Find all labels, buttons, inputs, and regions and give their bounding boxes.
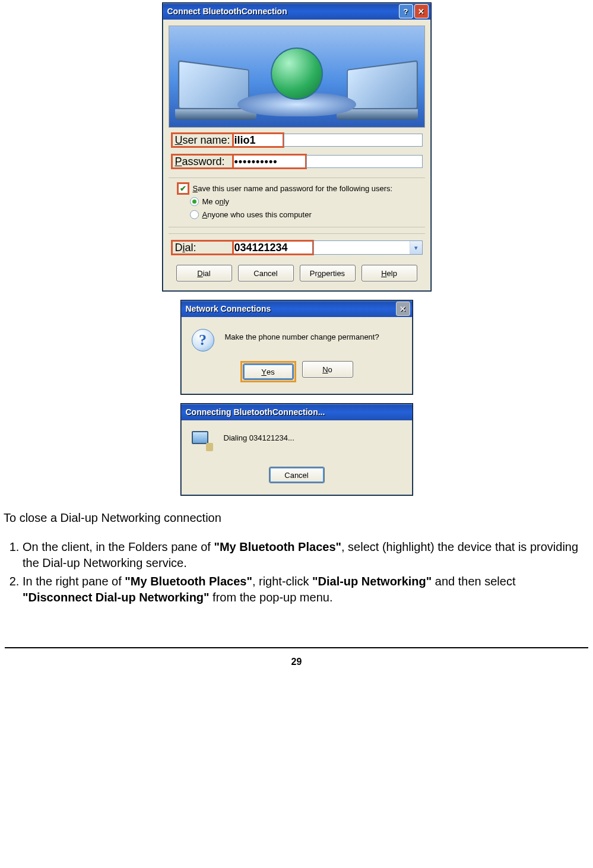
- connecting-status: Dialing 034121234...: [224, 431, 294, 442]
- username-label: User name:: [175, 134, 230, 147]
- connecting-dialog: Connecting BluetoothConnection... Dialin…: [180, 403, 413, 496]
- dial-label: Dial:: [175, 242, 196, 254]
- username-value-highlight: ilio1: [232, 132, 284, 148]
- connecting-cancel-button[interactable]: Cancel: [269, 467, 325, 483]
- dial-value-highlight: 034121234: [232, 240, 314, 255]
- laptop-right-icon: [339, 65, 416, 119]
- radio-anyone[interactable]: Anyone who uses this computer: [177, 208, 417, 221]
- globe-icon: [271, 47, 323, 100]
- help-icon[interactable]: ?: [399, 4, 413, 18]
- radio-anyone-label: Anyone who uses this computer: [202, 210, 312, 219]
- question-icon: ?: [192, 329, 214, 351]
- instruction-step-1: On the client, in the Folders pane of "M…: [23, 539, 588, 571]
- hero-image: [169, 26, 425, 128]
- save-checkbox-row[interactable]: ✔ Save this user name and password for t…: [177, 182, 417, 195]
- yes-highlight: Yes: [240, 361, 296, 382]
- connect-button-row: Dial Cancel Properties Help: [163, 262, 431, 291]
- dial-combo-value: [314, 241, 410, 254]
- username-row: User name: ilio1: [171, 131, 423, 149]
- password-value[interactable]: ••••••••••: [234, 156, 278, 168]
- instruction-text: To close a Dial-up Networking connection…: [0, 496, 593, 606]
- no-button[interactable]: No: [302, 361, 353, 378]
- password-label-highlight: Password:: [171, 154, 234, 169]
- instruction-heading: To close a Dial-up Networking connection: [4, 510, 588, 526]
- password-label: Password:: [175, 156, 225, 168]
- dial-label-highlight: Dial:: [171, 240, 234, 255]
- radio-me-only[interactable]: Me only: [177, 195, 417, 208]
- close-icon: ✕: [396, 302, 410, 316]
- connecting-title: Connecting BluetoothConnection...: [186, 407, 410, 417]
- network-connections-msgbox: Network Connections ✕ ? Make the phone n…: [180, 300, 413, 395]
- connect-dialog: Connect BluetoothConnection ? ✕ User nam…: [162, 2, 432, 292]
- connecting-titlebar[interactable]: Connecting BluetoothConnection...: [181, 404, 413, 420]
- help-button[interactable]: Help: [361, 265, 417, 281]
- dial-value[interactable]: 034121234: [234, 242, 288, 254]
- network-icon: [192, 431, 214, 451]
- save-checkbox-label: Save this user name and password for the…: [193, 184, 393, 193]
- connect-title: Connect BluetoothConnection: [167, 7, 398, 16]
- radio-icon[interactable]: [190, 210, 199, 219]
- laptop-left-icon: [177, 65, 255, 119]
- username-input-rest[interactable]: [284, 134, 423, 147]
- dial-button[interactable]: Dial: [176, 265, 232, 281]
- password-row: Password: ••••••••••: [171, 153, 423, 170]
- password-input-rest[interactable]: [306, 155, 423, 168]
- msgbox-message: Make the phone number change permanent?: [225, 329, 379, 341]
- cancel-button[interactable]: Cancel: [238, 265, 294, 281]
- msgbox-buttons: Yes No: [181, 356, 413, 394]
- instruction-step-2: In the right pane of "My Bluetooth Place…: [23, 574, 588, 606]
- properties-button[interactable]: Properties: [300, 265, 356, 281]
- checkbox-icon[interactable]: ✔: [177, 182, 189, 195]
- yes-button[interactable]: Yes: [243, 363, 294, 380]
- msgbox-title: Network Connections: [186, 304, 395, 313]
- username-label-highlight: User name:: [171, 132, 234, 148]
- radio-icon[interactable]: [190, 197, 199, 206]
- connect-titlebar[interactable]: Connect BluetoothConnection ? ✕: [163, 3, 431, 20]
- chevron-down-icon[interactable]: ▾: [410, 241, 422, 254]
- dial-combo[interactable]: ▾: [313, 240, 423, 255]
- dial-row: Dial: 034121234 ▾: [171, 239, 423, 256]
- save-options: ✔ Save this user name and password for t…: [169, 178, 425, 227]
- msgbox-titlebar[interactable]: Network Connections ✕: [181, 300, 413, 317]
- password-value-highlight: ••••••••••: [232, 154, 307, 169]
- close-icon[interactable]: ✕: [414, 4, 429, 18]
- page-number: 29: [0, 648, 593, 667]
- radio-me-label: Me only: [202, 197, 230, 206]
- username-value[interactable]: ilio1: [234, 134, 256, 147]
- separator: [169, 233, 425, 234]
